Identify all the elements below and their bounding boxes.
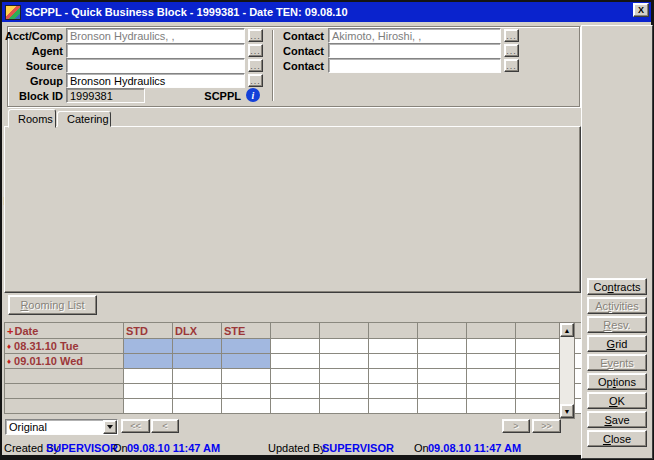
group-ellipsis-button[interactable]: ... [248,74,263,87]
grid-cell[interactable] [222,369,271,384]
grid-cell[interactable] [467,399,516,414]
options-button[interactable]: Options [587,373,647,390]
grid-cell[interactable] [418,399,467,414]
grid-cell[interactable] [516,399,565,414]
tab-rooms[interactable]: Rooms [8,109,56,128]
grid-cell[interactable] [369,354,418,369]
grid-cell[interactable] [467,384,516,399]
contact3-field[interactable] [328,58,501,73]
contact1-field[interactable]: Akimoto, Hiroshi, , [328,28,501,43]
grid-cell[interactable] [369,399,418,414]
contact1-ellipsis-button[interactable]: ... [504,29,519,42]
agent-label: Agent [2,45,63,57]
window-title: SCPPL - Quick Business Block - 1999381 -… [25,6,348,18]
grid-cell[interactable] [418,339,467,354]
grid-cell[interactable] [320,399,369,414]
grid-cell[interactable] [516,354,565,369]
grid-cell[interactable] [124,384,173,399]
grid-scrollbar[interactable]: ▲ ▼ [559,322,575,419]
group-field[interactable]: Bronson Hydraulics [66,73,245,88]
view-combobox[interactable]: Original [5,419,118,435]
grid-cell[interactable] [124,399,173,414]
grid-cell[interactable] [173,399,222,414]
grid-cell[interactable] [222,339,271,354]
grid-row-2[interactable] [5,369,614,384]
grid-cell[interactable] [320,354,369,369]
row-marker-icon: ♦ [7,342,11,351]
agent-field[interactable] [66,43,245,58]
info-icon[interactable]: i [246,88,260,102]
contact3-label: Contact [264,60,324,72]
source-field[interactable] [66,58,245,73]
grid-cell[interactable] [271,384,320,399]
grid-cell[interactable] [271,339,320,354]
acct-comp-field[interactable]: Bronson Hydraulics, , [66,28,245,43]
grid-date-cell[interactable] [5,369,124,384]
grid-cell[interactable] [124,354,173,369]
scroll-up-icon[interactable]: ▲ [560,323,574,337]
updated-by-value: SUPERVISOR [322,442,394,454]
grid-col-header-empty-8 [467,323,516,339]
grid-cell[interactable] [516,369,565,384]
acct-comp-ellipsis-button[interactable]: ... [248,29,263,42]
grid-cell[interactable] [173,369,222,384]
ok-button[interactable]: OK [587,392,647,409]
grid-cell[interactable] [516,384,565,399]
scroll-down-icon[interactable]: ▼ [560,404,574,418]
grid-cell[interactable] [516,339,565,354]
contact2-field[interactable] [328,43,501,58]
save-button[interactable]: Save [587,411,647,428]
tab-catering[interactable]: Catering [57,111,111,127]
grid-row-3[interactable] [5,384,614,399]
agent-ellipsis-button[interactable]: ... [248,44,263,57]
grid-col-header-empty-7 [418,323,467,339]
grid-row-0[interactable]: ♦08.31.10 Tue [5,339,614,354]
grid-cell[interactable] [418,369,467,384]
grid-cell[interactable] [369,369,418,384]
chevron-down-icon[interactable] [103,420,117,434]
room-grid[interactable]: +DateSTDDLXSTE♦08.31.10 Tue♦09.01.10 Wed [4,322,614,414]
grid-cell[interactable] [369,339,418,354]
contact1-label: Contact [264,30,324,42]
grid-cell[interactable] [173,384,222,399]
grid-row-1[interactable]: ♦09.01.10 Wed [5,354,614,369]
grid-col-header-empty-9 [516,323,565,339]
grid-col-header-date: +Date [5,323,124,339]
grid-cell[interactable] [320,369,369,384]
grid-cell[interactable] [173,339,222,354]
contact2-label: Contact [264,45,324,57]
grid-button[interactable]: Grid [587,335,647,352]
grid-cell[interactable] [222,354,271,369]
grid-cell[interactable] [467,339,516,354]
updated-on-label: On [414,442,429,454]
grid-cell[interactable] [222,399,271,414]
close-button[interactable]: Close [587,430,647,447]
grid-cell[interactable] [271,369,320,384]
grid-cell[interactable] [222,384,271,399]
grid-cell[interactable] [124,339,173,354]
grid-date-cell[interactable]: ♦08.31.10 Tue [5,339,124,354]
grid-date-cell[interactable] [5,384,124,399]
grid-cell[interactable] [320,384,369,399]
grid-cell[interactable] [467,369,516,384]
grid-date-cell[interactable]: ♦09.01.10 Wed [5,354,124,369]
grid-cell[interactable] [418,354,467,369]
grid-cell[interactable] [467,354,516,369]
grid-cell[interactable] [173,354,222,369]
grid-cell[interactable] [320,339,369,354]
contracts-button[interactable]: Contracts [587,278,647,295]
created-on-label: On [113,442,128,454]
source-ellipsis-button[interactable]: ... [248,59,263,72]
grid-cell[interactable] [369,384,418,399]
close-icon[interactable]: X [633,3,649,17]
grid-row-4[interactable] [5,399,614,414]
grid-cell[interactable] [418,384,467,399]
grid-date-cell[interactable] [5,399,124,414]
grid-cell[interactable] [271,354,320,369]
contact2-ellipsis-button[interactable]: ... [504,44,519,57]
room-grid-header: +DateSTDDLXSTE [5,323,614,339]
room-grid-body[interactable]: ♦08.31.10 Tue♦09.01.10 Wed [5,339,614,414]
grid-cell[interactable] [271,399,320,414]
grid-cell[interactable] [124,369,173,384]
contact3-ellipsis-button[interactable]: ... [504,59,519,72]
